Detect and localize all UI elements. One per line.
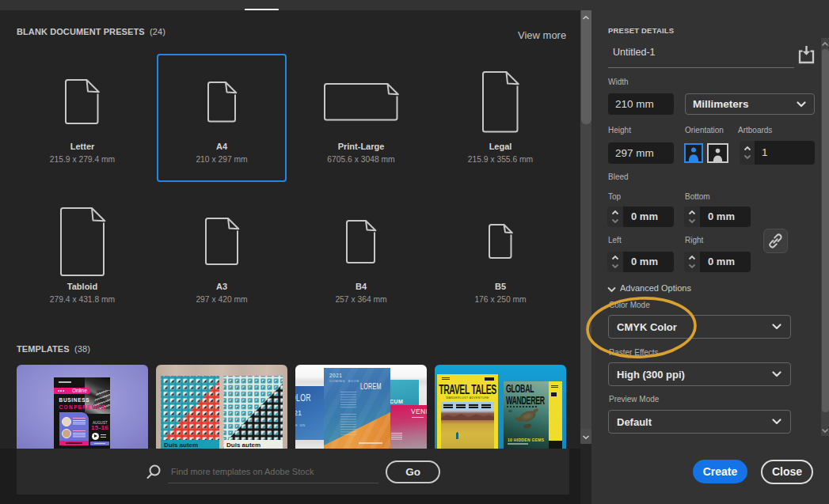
svg-text:Duis autem: Duis autem — [164, 441, 198, 449]
svg-text:Duis autem: Duis autem — [226, 441, 260, 449]
